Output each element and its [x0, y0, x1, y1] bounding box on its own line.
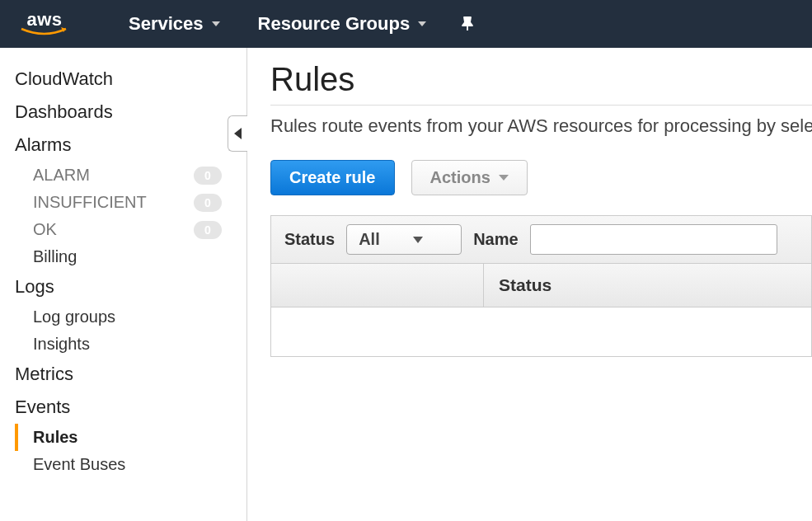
chevron-down-icon	[418, 21, 426, 26]
action-row: Create rule Actions	[270, 160, 812, 195]
chevron-down-icon	[499, 175, 509, 181]
nav-resource-groups-label: Resource Groups	[258, 13, 411, 35]
table-column-name[interactable]	[271, 264, 484, 307]
sidebar-item-label: OK	[33, 220, 57, 239]
count-badge: 0	[194, 167, 222, 185]
nav-resource-groups[interactable]: Resource Groups	[246, 7, 439, 41]
page-description: Rules route events from your AWS resourc…	[270, 115, 812, 137]
table-body-empty	[270, 307, 812, 357]
collapse-sidebar-button[interactable]	[228, 115, 247, 152]
nav-services[interactable]: Services	[117, 7, 232, 41]
sidebar-item-dashboards[interactable]: Dashboards	[15, 96, 246, 129]
sidebar-item-label: ALARM	[33, 166, 90, 185]
count-badge: 0	[194, 221, 222, 239]
chevron-down-icon	[212, 21, 220, 26]
name-filter-label: Name	[473, 230, 518, 249]
sidebar-item-insights[interactable]: Insights	[15, 331, 246, 358]
name-filter-input[interactable]	[530, 224, 777, 255]
sidebar-item-events[interactable]: Events	[15, 391, 246, 424]
sidebar-item-event-buses[interactable]: Event Buses	[15, 451, 246, 478]
aws-logo-text: aws	[26, 11, 62, 29]
pin-icon[interactable]	[453, 9, 482, 39]
sidebar-item-alarms[interactable]: Alarms	[15, 129, 246, 162]
sidebar-item-log-groups[interactable]: Log groups	[15, 303, 246, 331]
count-badge: 0	[194, 194, 222, 212]
sidebar-item-insufficient[interactable]: INSUFFICIENT 0	[15, 189, 246, 216]
aws-logo[interactable]: aws	[20, 11, 69, 37]
caret-left-icon	[234, 128, 242, 139]
sidebar-item-label: Log groups	[33, 307, 115, 326]
table-column-status[interactable]: Status	[484, 275, 811, 295]
sidebar-item-label: Rules	[33, 428, 77, 447]
sidebar-item-rules[interactable]: Rules	[15, 424, 246, 451]
sidebar-item-ok[interactable]: OK 0	[15, 216, 246, 243]
main-content: Rules Rules route events from your AWS r…	[247, 48, 812, 521]
actions-dropdown-button[interactable]: Actions	[411, 160, 528, 195]
layout: CloudWatch Dashboards Alarms ALARM 0 INS…	[0, 48, 812, 521]
aws-smile-icon	[20, 27, 69, 37]
sidebar-item-label: Event Buses	[33, 455, 125, 474]
sidebar-item-logs[interactable]: Logs	[15, 270, 246, 303]
table-header: Status	[270, 263, 812, 307]
button-label: Actions	[430, 168, 490, 187]
sidebar-item-metrics[interactable]: Metrics	[15, 358, 246, 391]
chevron-down-icon	[413, 237, 423, 243]
top-nav: aws Services Resource Groups	[0, 0, 812, 48]
create-rule-button[interactable]: Create rule	[270, 160, 395, 195]
sidebar-item-alarm-state[interactable]: ALARM 0	[15, 162, 246, 189]
filter-bar: Status All Name	[270, 215, 812, 263]
status-filter-label: Status	[284, 230, 335, 249]
status-filter-select[interactable]: All	[346, 224, 462, 255]
button-label: Create rule	[289, 168, 376, 187]
sidebar-item-label: INSUFFICIENT	[33, 193, 147, 212]
nav-services-label: Services	[129, 13, 204, 35]
sidebar-item-billing[interactable]: Billing	[15, 243, 246, 270]
sidebar: CloudWatch Dashboards Alarms ALARM 0 INS…	[0, 48, 247, 521]
sidebar-item-label: Insights	[33, 335, 90, 354]
divider	[270, 105, 812, 106]
sidebar-item-cloudwatch[interactable]: CloudWatch	[15, 63, 246, 96]
select-value: All	[359, 230, 380, 249]
sidebar-item-label: Billing	[33, 247, 77, 266]
page-title: Rules	[270, 61, 812, 98]
